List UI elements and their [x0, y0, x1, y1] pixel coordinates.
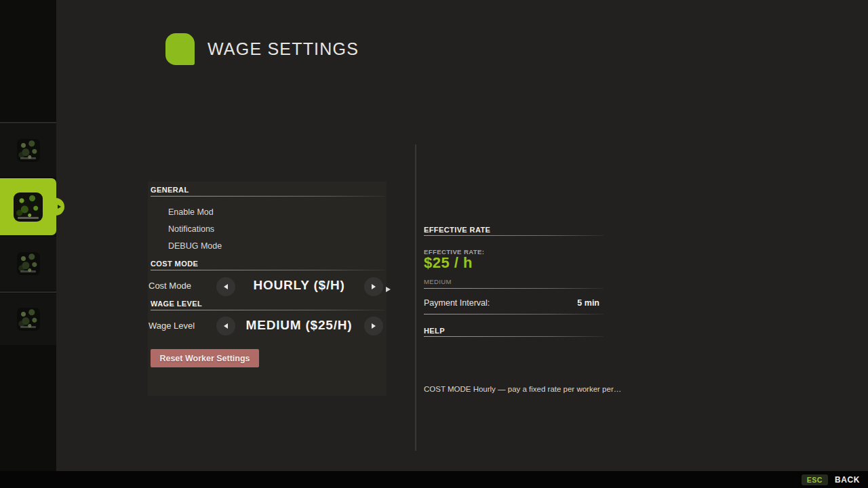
wage-level-badge: MEDIUM: [424, 278, 452, 285]
help-section-header: HELP: [424, 327, 445, 335]
section-underline: [424, 314, 604, 314]
mod-logo-icon: [165, 33, 195, 65]
mod-thumbnail-icon: [17, 252, 40, 275]
reset-worker-settings-button[interactable]: Reset Worker Settings: [151, 349, 259, 367]
details-panel: EFFECTIVE RATE EFFECTIVE RATE: $25 / h M…: [424, 224, 604, 400]
selected-tab-pointer-icon: [58, 205, 61, 209]
effective-rate-value: $25 / h: [424, 254, 473, 272]
wage-level-label: Wage Level: [149, 321, 195, 331]
sidebar-item-mod-4[interactable]: [0, 293, 56, 345]
section-header-wage-level: WAGE LEVEL: [151, 300, 202, 308]
section-underline: [424, 336, 604, 337]
cost-mode-next-button[interactable]: [364, 277, 383, 296]
mod-thumbnail-icon: [17, 139, 40, 162]
sidebar-divider: [0, 122, 56, 123]
wage-level-value: MEDIUM ($25/H): [235, 318, 363, 333]
sidebar-item-mod-3[interactable]: [0, 237, 56, 291]
arrow-left-icon: [224, 323, 228, 329]
effective-rate-section-header: EFFECTIVE RATE: [424, 226, 490, 234]
sidebar-item-mod-1[interactable]: [0, 124, 56, 177]
cost-mode-label: Cost Mode: [149, 281, 191, 291]
cost-mode-value: HOURLY ($/H): [235, 278, 363, 293]
payment-interval-label: Payment Interval:: [424, 298, 490, 308]
arrow-right-icon: [372, 284, 376, 289]
mouse-cursor-icon: [386, 287, 391, 292]
arrow-right-icon: [372, 323, 376, 329]
section-underline: [424, 235, 604, 236]
vertical-divider: [415, 144, 416, 451]
setting-enable-mod[interactable]: Enable Mod: [168, 207, 214, 217]
mod-thumbnail-icon: [17, 308, 40, 331]
settings-panel: GENERAL Enable Mod Notifications DEBUG M…: [148, 182, 387, 396]
arrow-left-icon: [224, 284, 228, 289]
setting-debug-mode[interactable]: DEBUG Mode: [168, 241, 222, 251]
payment-interval-value: 5 min: [577, 298, 599, 308]
help-text: COST MODE Hourly — pay a fixed rate per …: [424, 385, 627, 393]
page-title: WAGE SETTINGS: [208, 39, 359, 59]
wage-level-next-button[interactable]: [364, 317, 383, 336]
footer-bar: ESC BACK: [0, 471, 868, 488]
sidebar-divider: [0, 291, 56, 293]
page-header: WAGE SETTINGS: [165, 33, 359, 65]
setting-notifications[interactable]: Notifications: [168, 224, 214, 234]
section-underline: [151, 310, 384, 310]
section-underline: [151, 196, 384, 197]
sidebar-item-mod-2-selected[interactable]: [0, 178, 56, 235]
wage-settings-screen: WAGE SETTINGS GENERAL Enable Mod Notific…: [0, 0, 868, 488]
mod-sidebar: [0, 0, 56, 471]
cost-mode-prev-button[interactable]: [216, 277, 235, 296]
wage-level-prev-button[interactable]: [216, 317, 235, 336]
section-header-general: GENERAL: [151, 186, 189, 194]
back-button[interactable]: BACK: [835, 475, 860, 485]
esc-key-badge[interactable]: ESC: [802, 474, 828, 485]
section-header-cost-mode: COST MODE: [151, 260, 198, 268]
section-underline: [424, 288, 604, 289]
mod-thumbnail-icon: [14, 192, 43, 222]
section-underline: [151, 270, 384, 270]
